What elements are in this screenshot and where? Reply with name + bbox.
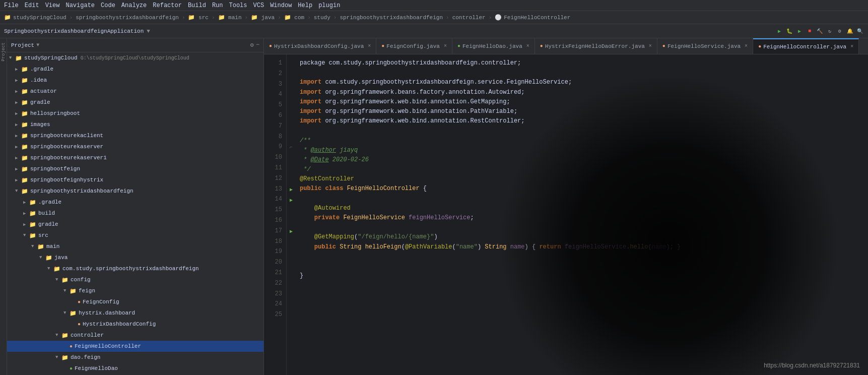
- code-content[interactable]: package com.study.springboothystrixdashb…: [296, 54, 868, 375]
- list-item[interactable]: ▼ 📁 java: [7, 252, 263, 263]
- tree-root-name: studySpringCloud: [24, 55, 78, 61]
- run-config-dropdown[interactable]: ▼: [147, 28, 150, 34]
- breadcrumb-study2[interactable]: study: [314, 15, 330, 21]
- tab-bar: ● HystrixDashboardConfig.java × ● FeignC…: [264, 38, 868, 54]
- list-item[interactable]: ▶ 📁 springbooteurekaclient: [7, 130, 263, 141]
- project-gear-icon[interactable]: ⚙: [250, 41, 254, 49]
- settings-icon[interactable]: ⚙: [836, 27, 844, 35]
- list-item[interactable]: ▶ 📁 images: [7, 119, 263, 130]
- menu-view[interactable]: View: [45, 2, 60, 9]
- breadcrumb-controller[interactable]: controller: [452, 15, 486, 21]
- breadcrumb-project[interactable]: springboothystrixdashboardfeign: [76, 15, 179, 21]
- breadcrumb-sbd[interactable]: springboothystrixdashboardfeign: [340, 15, 443, 21]
- tab-feignhellodao[interactable]: ● FeignHelloDao.java ×: [452, 38, 535, 54]
- tab-feignconfig[interactable]: ● FeignConfig.java ×: [376, 38, 452, 54]
- breadcrumb-bar: 📁 studySpringCloud › springboothystrixda…: [0, 11, 868, 24]
- menu-help[interactable]: Help: [298, 2, 312, 9]
- editor-area: ● HystrixDashboardConfig.java × ● FeignC…: [264, 38, 868, 375]
- list-item[interactable]: ● FeignConfig: [7, 296, 263, 307]
- list-item[interactable]: ● FeignHelloDao: [7, 363, 263, 374]
- debug-button[interactable]: 🐛: [785, 27, 793, 35]
- menu-analyze[interactable]: Analyze: [121, 2, 147, 9]
- menu-file[interactable]: File: [4, 2, 19, 9]
- breadcrumb-study[interactable]: studySpringCloud: [13, 15, 66, 21]
- menu-plugin[interactable]: plugin: [318, 2, 340, 9]
- menu-bar: File Edit View Navigate Code Analyze Ref…: [0, 0, 868, 11]
- tree-root-arrow: ▼: [9, 55, 15, 60]
- menu-tools[interactable]: Tools: [229, 2, 247, 9]
- menu-build[interactable]: Build: [188, 2, 206, 9]
- search-icon[interactable]: 🔍: [856, 27, 864, 35]
- list-item[interactable]: ▶ 📁 gradle: [7, 97, 263, 108]
- project-minimize-icon[interactable]: −: [256, 41, 259, 49]
- tree-root[interactable]: ▼ 📁 studySpringCloud G:\studySpringCloud…: [7, 52, 263, 64]
- run-bar-right: ▶ 🐛 ▶ ■ 🔨 ↻ ⚙ 🔔 🔍: [775, 27, 864, 35]
- list-item[interactable]: ▶ 📁 .idea: [7, 75, 263, 86]
- project-tab-label[interactable]: Project: [1, 40, 6, 64]
- list-item[interactable]: ▼ 📁 feign: [7, 285, 263, 296]
- project-panel: Project ▼ ⚙ − ▼ 📁 studySpringCloud G:\st…: [7, 38, 264, 375]
- menu-code[interactable]: Code: [101, 2, 115, 9]
- breadcrumb-com[interactable]: 📁 com: [284, 14, 304, 21]
- notification-icon[interactable]: 🔔: [846, 27, 854, 35]
- list-item[interactable]: ▶ 📁 springbootfeign: [7, 163, 263, 174]
- project-dropdown[interactable]: ▼: [36, 42, 39, 48]
- project-header-title: Project ▼: [11, 42, 39, 48]
- tab-close-icon[interactable]: ×: [745, 43, 748, 49]
- list-item[interactable]: ▶ 📁 .gradle: [7, 197, 263, 208]
- tab-close-icon[interactable]: ×: [850, 44, 853, 49]
- list-item[interactable]: ▼ 📁 config: [7, 274, 263, 285]
- run-bar: SpringboothystrixdashboardfeignApplicati…: [0, 24, 868, 38]
- build-button[interactable]: 🔨: [816, 27, 824, 35]
- menu-run[interactable]: Run: [212, 2, 223, 9]
- list-item[interactable]: ▼ 📁 src: [7, 230, 263, 241]
- list-item[interactable]: ▼ 📁 springboothystrixdashboardfeign: [7, 185, 263, 197]
- tab-close-icon[interactable]: ×: [526, 43, 529, 49]
- list-item[interactable]: ▼ 📁 dao.feign: [7, 352, 263, 363]
- run-bar-left: SpringboothystrixdashboardfeignApplicati…: [4, 28, 150, 34]
- folder-icon: 📁: [15, 55, 22, 61]
- run-with-coverage[interactable]: ▶: [795, 27, 804, 35]
- run-config-name: SpringboothystrixdashboardfeignApplicati…: [4, 28, 144, 34]
- list-item[interactable]: ▶ 📁 actuator: [7, 86, 263, 97]
- list-item[interactable]: ▶ 📁 .gradle: [7, 64, 263, 75]
- list-item[interactable]: ▶ 📁 gradle: [7, 219, 263, 230]
- stop-button[interactable]: ■: [806, 27, 814, 35]
- tree-item-feignhellocontroller[interactable]: ● FeignHelloController: [7, 341, 263, 352]
- breadcrumb-class[interactable]: ⚪: [495, 14, 502, 21]
- tab-hystrixdashboardconfig[interactable]: ● HystrixDashboardConfig.java ×: [264, 38, 376, 54]
- line-numbers: 1 2 3 4 5 6 7 8 9 10 11 12 13 14 15 16 1…: [264, 54, 287, 375]
- list-item[interactable]: ▶ 📁 springbooteurekaserver1: [7, 152, 263, 163]
- breadcrumb-item[interactable]: 📁: [4, 14, 11, 21]
- menu-window[interactable]: Window: [270, 2, 292, 9]
- project-tree: ▼ 📁 studySpringCloud G:\studySpringCloud…: [7, 52, 263, 375]
- list-item[interactable]: ▼ 📁 main: [7, 241, 263, 252]
- sidebar-strip: Project: [0, 38, 7, 375]
- list-item[interactable]: ▶ 📁 build: [7, 208, 263, 219]
- breadcrumb-java[interactable]: 📁 java: [251, 14, 275, 21]
- tab-close-icon[interactable]: ×: [368, 43, 371, 49]
- menu-edit[interactable]: Edit: [25, 2, 39, 9]
- run-button[interactable]: ▶: [775, 27, 783, 35]
- menu-vcs[interactable]: VCS: [253, 2, 264, 9]
- list-item[interactable]: ● HystrixDashboardConfig: [7, 319, 263, 330]
- main-layout: Project Project ▼ ⚙ − ▼ 📁 studySpringClo…: [0, 38, 868, 375]
- breadcrumb-src[interactable]: 📁 src: [188, 14, 208, 21]
- list-item[interactable]: ▶ 📁 springbooteurekaserver: [7, 141, 263, 152]
- tab-feignhelloservice[interactable]: ● FeignHelloService.java ×: [657, 38, 753, 54]
- breadcrumb-classname[interactable]: FeignHelloController: [504, 15, 570, 21]
- menu-refactor[interactable]: Refactor: [153, 2, 182, 9]
- list-item[interactable]: ▼ 📁 com.study.springboothystrixdashboard…: [7, 263, 263, 274]
- tab-close-icon[interactable]: ×: [649, 43, 652, 49]
- tab-feignhellocontroller[interactable]: ● FeignHelloController.java ×: [753, 38, 859, 54]
- list-item[interactable]: ▼ 📁 controller: [7, 330, 263, 341]
- menu-navigate[interactable]: Navigate: [65, 2, 95, 9]
- tab-close-icon[interactable]: ×: [444, 43, 447, 49]
- list-item[interactable]: ▼ 📁 hystrix.dashboard: [7, 307, 263, 319]
- list-item[interactable]: ▶ 📁 hellospringboot: [7, 108, 263, 119]
- tab-hystrixfeignhellodaoerror[interactable]: ● HystrixFeignHelloDaoError.java ×: [535, 38, 657, 54]
- breadcrumb-main[interactable]: 📁 main: [218, 14, 242, 21]
- sync-button[interactable]: ↻: [826, 27, 834, 35]
- list-item[interactable]: ▶ 📁 springbootfeignhystrix: [7, 174, 263, 185]
- project-label: Project: [11, 42, 34, 48]
